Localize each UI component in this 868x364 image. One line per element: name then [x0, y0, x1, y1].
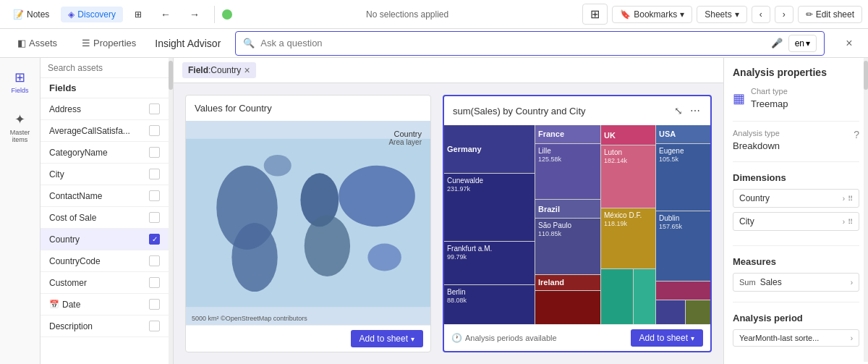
prev-sheet-button[interactable]: ‹: [752, 6, 770, 23]
help-icon[interactable]: ?: [854, 129, 859, 140]
treemap-ireland-label: Ireland: [538, 278, 564, 287]
map-svg: [186, 121, 430, 325]
properties-icon: ☰: [82, 38, 90, 48]
notes-label: Notes: [27, 9, 49, 20]
properties-tab[interactable]: ☰ Properties: [73, 33, 145, 53]
main-area: ⊞ Fields ✦ Master items Fields Address A…: [0, 58, 868, 364]
right-scroll-thumb[interactable]: [864, 61, 868, 90]
field-checkbox-description[interactable]: [149, 321, 160, 331]
list-item[interactable]: CountryCode: [41, 250, 169, 272]
treemap-cell-misc2[interactable]: [656, 300, 685, 324]
field-checkbox-date[interactable]: [149, 299, 160, 310]
treemap-cell-mexico[interactable]: México D.F. 118.19k: [601, 208, 655, 269]
treemap-cell-misc3[interactable]: [686, 300, 710, 324]
scroll-indicator: [169, 58, 173, 364]
treemap-expand-button[interactable]: ⤡: [673, 103, 684, 118]
treemap-add-sheet-label: Add to sheet: [639, 333, 688, 343]
map-add-sheet-button[interactable]: Add to sheet ▾: [351, 330, 423, 347]
list-item[interactable]: Description: [41, 316, 169, 337]
analysis-period-row[interactable]: YearMonth-last sorte... ›: [733, 329, 859, 347]
left-sidebar: ⊞ Fields ✦ Master items: [0, 58, 41, 364]
analysis-period-chevron: ›: [851, 334, 853, 342]
field-checkbox-categoryname[interactable]: [149, 147, 160, 158]
sheets-button[interactable]: Sheets ▾: [697, 6, 746, 23]
grid-view-button[interactable]: ⊞: [582, 4, 608, 25]
selection-expand-button[interactable]: ⊞: [127, 7, 149, 22]
treemap-cell-saopaulo[interactable]: São Paulo 110.85k: [535, 219, 600, 274]
treemap-cell-misc1[interactable]: [656, 282, 710, 300]
mic-icon[interactable]: 🎤: [771, 38, 783, 48]
sidebar-item-master[interactable]: ✦ Master items: [2, 106, 38, 149]
search-bar: 🔍 🎤 en ▾: [235, 31, 825, 56]
insight-advisor-label: Insight Advisor: [155, 38, 221, 49]
list-item[interactable]: CategoryName: [41, 142, 169, 164]
chart-type-section: ▦ Chart type Treemap: [733, 87, 859, 111]
field-checkbox-costofsale[interactable]: [149, 212, 160, 223]
field-checkbox-city[interactable]: [149, 169, 160, 179]
treemap-usa-label: USA: [659, 130, 676, 138]
field-tag-remove[interactable]: ×: [244, 64, 250, 76]
dimension-city-grid-icon: ⠿: [848, 218, 853, 226]
field-checkbox-customer[interactable]: [149, 277, 160, 288]
field-checkbox-country[interactable]: ✓: [149, 234, 160, 245]
forward-button[interactable]: →: [182, 6, 207, 23]
search-icon: 🔍: [243, 38, 255, 48]
field-checkbox-countrycode[interactable]: [149, 255, 160, 266]
list-item[interactable]: City: [41, 164, 169, 185]
back-button[interactable]: ←: [153, 6, 178, 23]
treemap-cell-dublin[interactable]: Dublin 157.65k: [656, 211, 710, 281]
field-name-countrycode: CountryCode: [49, 256, 101, 266]
list-item[interactable]: Address: [41, 98, 169, 120]
field-tag[interactable]: Field:Country ×: [182, 62, 256, 78]
treemap-cell-ireland-body[interactable]: [535, 291, 600, 324]
fields-category-label: Fields: [41, 78, 169, 98]
section-divider4: [733, 302, 859, 302]
treemap-add-sheet-button[interactable]: Add to sheet ▾: [631, 329, 703, 347]
map-chart-body: Country Area layer 5000 km² ©OpenStreetM…: [186, 121, 430, 325]
treemap-cell-eugene[interactable]: Eugene 105.5k: [656, 144, 710, 211]
list-item[interactable]: Customer: [41, 272, 169, 294]
lang-button[interactable]: en ▾: [788, 35, 817, 52]
fields-nav-label: Fields: [11, 87, 28, 94]
map-area-layer-text: Area layer: [388, 138, 422, 146]
dimension-city-row[interactable]: City › ⠿: [733, 212, 859, 231]
list-item[interactable]: AverageCallSatisfa...: [41, 120, 169, 142]
list-item[interactable]: Country ✓: [41, 229, 169, 250]
scroll-thumb[interactable]: [169, 61, 173, 90]
bookmarks-button[interactable]: 🔖 Bookmarks ▾: [612, 6, 692, 23]
edit-sheet-button[interactable]: ✏ Edit sheet: [798, 6, 862, 23]
toolbar-right: ⊞ 🔖 Bookmarks ▾ Sheets ▾ ‹ › ✏ Edit shee…: [582, 4, 862, 25]
sidebar-item-fields[interactable]: ⊞ Fields: [2, 64, 38, 100]
dimension-country-row[interactable]: Country › ⠿: [733, 189, 859, 208]
treemap-cell-luton[interactable]: Luton 182.14k: [601, 145, 655, 207]
assets-label: Assets: [29, 38, 57, 48]
measure-sales-row[interactable]: Sum Sales ›: [733, 273, 859, 292]
search-input[interactable]: [260, 38, 765, 48]
field-checkbox-address[interactable]: [149, 103, 160, 114]
map-chart-card: Values for Country: [185, 95, 431, 352]
field-name-description: Description: [49, 321, 93, 331]
treemap-cell-teal1[interactable]: [601, 269, 633, 324]
close-button[interactable]: ×: [839, 33, 859, 54]
fields-search-input[interactable]: [48, 63, 161, 73]
discovery-button[interactable]: ◈ Discovery: [61, 7, 123, 22]
list-item[interactable]: Cost of Sale: [41, 207, 169, 229]
treemap-cell-lille[interactable]: Lille 125.58k: [535, 144, 600, 200]
list-item[interactable]: 📅 Date: [41, 294, 169, 316]
list-item[interactable]: ContactName: [41, 185, 169, 207]
next-sheet-button[interactable]: ›: [775, 6, 793, 23]
treemap-controls: ⤡ ⋯: [673, 103, 702, 118]
treemap-cell-cunewalde[interactable]: Cunewalde 231.97k: [444, 174, 535, 241]
field-checkbox-avgcall[interactable]: [149, 125, 160, 136]
dimension-country-chevron: ›: [843, 195, 845, 203]
section-divider2: [733, 161, 859, 162]
assets-tab[interactable]: ◧ Assets: [9, 33, 66, 53]
notes-button[interactable]: 📝 Notes: [6, 7, 56, 22]
treemap-menu-button[interactable]: ⋯: [689, 103, 702, 118]
field-checkbox-contactname[interactable]: [149, 190, 160, 201]
lang-chevron: ▾: [806, 38, 810, 48]
treemap-cell-frankfurt[interactable]: Frankfurt a.M. 99.79k: [444, 242, 535, 284]
measure-tag: Sum: [739, 278, 756, 287]
treemap-cell-berlin[interactable]: Berlin 88.08k: [444, 285, 535, 324]
treemap-cell-teal2[interactable]: [634, 269, 655, 324]
